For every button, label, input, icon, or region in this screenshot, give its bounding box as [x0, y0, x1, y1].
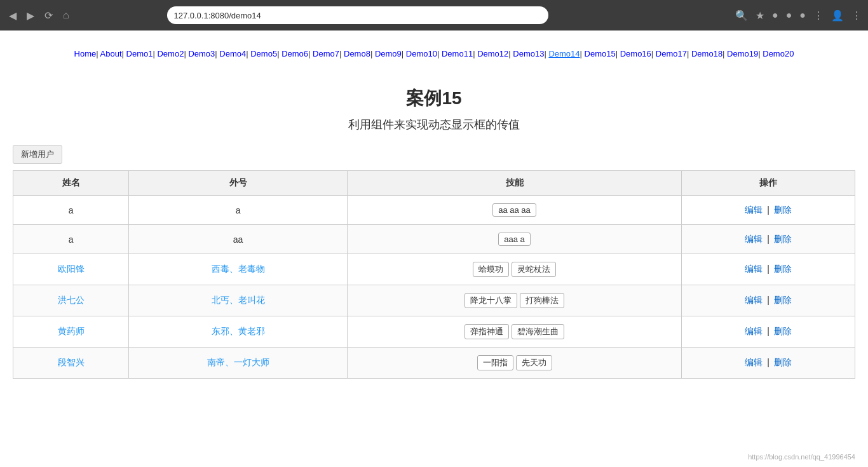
- nav-link-demo4[interactable]: Demo4: [219, 49, 246, 58]
- delete-button[interactable]: 删除: [774, 357, 792, 367]
- edit-button[interactable]: 编辑: [745, 264, 763, 274]
- nav-link-demo16[interactable]: Demo16: [620, 49, 651, 58]
- nav-link-demo17[interactable]: Demo17: [656, 49, 687, 58]
- cell-name: 段智兴: [13, 348, 129, 379]
- col-header-actions: 操作: [682, 171, 855, 196]
- nav-links: Home| About| Demo1| Demo2| Demo3| Demo4|…: [13, 37, 855, 67]
- forward-button[interactable]: ▶: [24, 7, 37, 24]
- menu-icon[interactable]: ⋮: [813, 10, 824, 22]
- page-subtitle: 利用组件来实现动态显示框的传值: [13, 117, 855, 132]
- nav-link-about[interactable]: About: [100, 49, 122, 58]
- table-row: 黄药师东邪、黄老邪弹指神通碧海潮生曲编辑 | 删除: [13, 316, 855, 348]
- cell-actions: 编辑 | 删除: [682, 285, 855, 316]
- action-separator: |: [764, 295, 771, 305]
- browser-chrome: ◀ ▶ ⟳ ⌂ 127.0.0.1:8080/demo14 🔍 ★ ● ● ● …: [0, 0, 868, 30]
- nav-link-demo20[interactable]: Demo20: [763, 49, 794, 58]
- col-header-skills: 技能: [348, 171, 682, 196]
- search-icon[interactable]: 🔍: [735, 10, 748, 22]
- cell-alias: 东邪、黄老邪: [129, 316, 348, 348]
- skill-badge: 先天功: [516, 355, 552, 370]
- cell-alias: a: [129, 196, 348, 225]
- table-row: aaaaaa a编辑 | 删除: [13, 225, 855, 254]
- table-row: aaaa aa aa编辑 | 删除: [13, 196, 855, 225]
- nav-link-demo5[interactable]: Demo5: [250, 49, 277, 58]
- cell-name: a: [13, 196, 129, 225]
- cell-skills: 弹指神通碧海潮生曲: [348, 316, 682, 348]
- extension-icon1[interactable]: ●: [772, 10, 778, 22]
- nav-link-demo7[interactable]: Demo7: [313, 49, 339, 58]
- nav-link-demo10[interactable]: Demo10: [406, 49, 437, 58]
- skill-badge: 降龙十八掌: [465, 293, 517, 308]
- nav-link-demo1[interactable]: Demo1: [126, 49, 153, 58]
- cell-alias: 西毒、老毒物: [129, 254, 348, 285]
- cell-skills: 降龙十八掌打狗棒法: [348, 285, 682, 316]
- cell-alias: 南帝、一灯大师: [129, 348, 348, 379]
- nav-link-demo8[interactable]: Demo8: [344, 49, 370, 58]
- cell-alias: aa: [129, 225, 348, 254]
- more-icon[interactable]: ⋮: [851, 10, 862, 22]
- edit-button[interactable]: 编辑: [745, 357, 763, 367]
- delete-button[interactable]: 删除: [774, 205, 792, 215]
- cell-skills: 蛤蟆功灵蛇杖法: [348, 254, 682, 285]
- nav-link-demo11[interactable]: Demo11: [442, 49, 473, 58]
- nav-link-demo6[interactable]: Demo6: [281, 49, 308, 58]
- extension-icon2[interactable]: ●: [786, 10, 792, 22]
- page-content: Home| About| Demo1| Demo2| Demo3| Demo4|…: [0, 30, 868, 385]
- nav-link-demo2[interactable]: Demo2: [157, 49, 184, 58]
- nav-link-demo14[interactable]: Demo14: [548, 49, 580, 58]
- nav-link-demo12[interactable]: Demo12: [477, 49, 508, 58]
- table-header: 姓名 外号 技能 操作: [13, 171, 855, 196]
- nav-link-demo13[interactable]: Demo13: [513, 49, 544, 58]
- col-header-alias: 外号: [129, 171, 348, 196]
- cell-actions: 编辑 | 删除: [682, 254, 855, 285]
- action-separator: |: [764, 205, 771, 215]
- cell-skills: aaa a: [348, 225, 682, 254]
- skill-badge: 灵蛇杖法: [512, 262, 556, 277]
- account-icon[interactable]: 👤: [831, 10, 844, 22]
- cell-skills: aa aa aa: [348, 196, 682, 225]
- nav-link-demo18[interactable]: Demo18: [691, 49, 722, 58]
- table-header-row: 姓名 外号 技能 操作: [13, 171, 855, 196]
- edit-button[interactable]: 编辑: [745, 234, 763, 244]
- cell-skills: 一阳指先天功: [348, 348, 682, 379]
- cell-actions: 编辑 | 删除: [682, 196, 855, 225]
- delete-button[interactable]: 删除: [774, 295, 792, 305]
- cell-name: a: [13, 225, 129, 254]
- url-text: 127.0.0.1:8080/demo14: [173, 11, 261, 20]
- delete-button[interactable]: 删除: [774, 326, 792, 336]
- edit-button[interactable]: 编辑: [745, 205, 763, 215]
- table-body: aaaa aa aa编辑 | 删除aaaaaa a编辑 | 删除欧阳锋西毒、老毒…: [13, 196, 855, 379]
- nav-link-home[interactable]: Home: [74, 49, 97, 58]
- delete-button[interactable]: 删除: [774, 264, 792, 274]
- delete-button[interactable]: 删除: [774, 234, 792, 244]
- cell-actions: 编辑 | 删除: [682, 225, 855, 254]
- nav-link-demo15[interactable]: Demo15: [585, 49, 616, 58]
- data-table: 姓名 外号 技能 操作 aaaa aa aa编辑 | 删除aaaaaa a编辑 …: [13, 170, 855, 379]
- action-separator: |: [764, 357, 771, 367]
- nav-link-demo3[interactable]: Demo3: [188, 49, 215, 58]
- extension-icon3[interactable]: ●: [799, 10, 806, 22]
- cell-name: 洪七公: [13, 285, 129, 316]
- nav-link-demo19[interactable]: Demo19: [727, 49, 758, 58]
- edit-button[interactable]: 编辑: [745, 326, 763, 336]
- add-user-button[interactable]: 新增用户: [13, 145, 62, 164]
- skill-badge: aa aa aa: [492, 203, 536, 217]
- skill-badge: 打狗棒法: [520, 293, 564, 308]
- table-row: 洪七公北丐、老叫花降龙十八掌打狗棒法编辑 | 删除: [13, 285, 855, 316]
- back-button[interactable]: ◀: [6, 7, 19, 24]
- skill-badge: aaa a: [498, 233, 531, 246]
- action-separator: |: [764, 326, 771, 336]
- table-row: 段智兴南帝、一灯大师一阳指先天功编辑 | 删除: [13, 348, 855, 379]
- refresh-button[interactable]: ⟳: [42, 7, 55, 24]
- skill-badge: 一阳指: [477, 355, 513, 370]
- bookmark-icon[interactable]: ★: [756, 10, 764, 22]
- home-button[interactable]: ⌂: [60, 7, 72, 24]
- cell-actions: 编辑 | 删除: [682, 316, 855, 348]
- edit-button[interactable]: 编辑: [745, 295, 763, 305]
- address-bar[interactable]: 127.0.0.1:8080/demo14: [167, 6, 548, 24]
- action-separator: |: [764, 264, 771, 274]
- cell-alias: 北丐、老叫花: [129, 285, 348, 316]
- nav-link-demo9[interactable]: Demo9: [375, 49, 402, 58]
- table-row: 欧阳锋西毒、老毒物蛤蟆功灵蛇杖法编辑 | 删除: [13, 254, 855, 285]
- cell-name: 黄药师: [13, 316, 129, 348]
